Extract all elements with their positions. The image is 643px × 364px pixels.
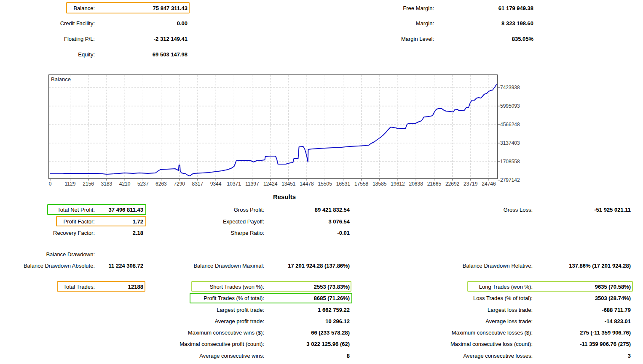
x-tick-label: 10371 — [227, 181, 241, 187]
margin-level-label: Margin Level: — [346, 35, 434, 43]
x-axis-labels: 0112921563183421052376263729083179344103… — [48, 181, 498, 188]
chart-series-label: Balance — [51, 76, 71, 82]
x-tick-label: 1129 — [65, 181, 76, 187]
total-trades-value: 12188 — [97, 283, 143, 290]
results-title: Results — [0, 193, 569, 200]
y-axis-labels: 7423938599509345662483137403170855827971… — [500, 74, 530, 179]
average-consecutive-losses-value: 3 — [536, 352, 631, 359]
x-tick-label: 7290 — [174, 181, 185, 187]
equity-value: 69 503 147.98 — [120, 51, 188, 58]
free-margin-label: Free Margin: — [346, 5, 434, 12]
x-tick-label: 6263 — [155, 181, 167, 187]
y-tick-label: 1708558 — [500, 159, 520, 165]
average-loss-trade-value: -14 823.01 — [536, 318, 631, 325]
x-tick-label: 3183 — [101, 181, 113, 187]
loss-trades-value: 3503 (28.74%) — [536, 295, 631, 302]
x-tick-label: 9344 — [210, 181, 222, 187]
x-tick-label: 0 — [49, 181, 52, 187]
short-trades-value: 2553 (73.83%) — [268, 283, 350, 290]
short-trades-label: Short Trades (won %): — [139, 283, 264, 290]
maximal-consecutive-loss-label: Maximal consecutive loss (count): — [405, 340, 533, 348]
credit-facility-value: 0.00 — [120, 20, 188, 27]
margin-level-value: 835.05% — [449, 35, 533, 43]
balance-drawdown-maximal-label: Balance Drawdown Maximal: — [139, 262, 264, 269]
x-tick-label: 2156 — [83, 181, 94, 187]
gross-loss-value: -51 925 021.11 — [536, 206, 631, 213]
sharpe-ratio-value: -0.01 — [268, 229, 350, 236]
gross-profit-value: 89 421 832.54 — [268, 206, 350, 213]
balance-drawdown-absolute-value: 11 224 308.72 — [97, 262, 143, 269]
y-tick-label: 7423938 — [500, 85, 520, 90]
largest-loss-trade-label: Largest loss trade: — [405, 306, 533, 314]
y-tick-label: 3137403 — [500, 140, 520, 146]
average-loss-trade-label: Average loss trade: — [405, 318, 533, 325]
recovery-factor-label: Recovery Factor: — [8, 229, 95, 236]
x-tick-label: 21665 — [427, 181, 441, 187]
profit-trades-value: 8685 (71.26%) — [268, 295, 350, 302]
equity-label: Equity: — [25, 51, 95, 58]
profit-factor-label: Profit Factor: — [8, 218, 95, 225]
margin-value: 8 323 198.60 — [449, 20, 533, 27]
profit-trades-label: Profit Trades (% of total): — [139, 295, 264, 302]
expected-payoff-value: 3 076.54 — [268, 218, 350, 225]
profit-factor-value: 1.72 — [97, 218, 143, 225]
expected-payoff-label: Expected Payoff: — [139, 218, 264, 225]
floating-pl-value: -2 312 149.41 — [120, 35, 188, 43]
average-consecutive-losses-label: Average consecutive losses: — [405, 352, 533, 359]
x-tick-label: 8317 — [192, 181, 204, 187]
balance-drawdown-header: Balance Drawdown: — [8, 251, 95, 258]
total-net-profit-value: 37 496 811.43 — [97, 206, 143, 213]
gross-profit-label: Gross Profit: — [139, 206, 264, 213]
balance-drawdown-absolute-label: Balance Drawdown Absolute: — [8, 262, 95, 269]
balance-chart-plot — [48, 74, 498, 179]
largest-profit-trade-value: 1 662 759.22 — [268, 306, 350, 314]
long-trades-value: 9635 (70.58%) — [536, 283, 631, 290]
max-consecutive-wins-value: 66 (233 578.28) — [268, 329, 350, 336]
balance-label: Balance: — [25, 5, 95, 12]
x-tick-label: 4210 — [119, 181, 131, 187]
x-tick-label: 24746 — [482, 181, 496, 187]
maximal-consecutive-loss-value: -11 359 906.76 (275) — [536, 340, 631, 348]
balance-drawdown-relative-label: Balance Drawdown Relative: — [405, 262, 533, 269]
y-tick-label: 4566248 — [500, 122, 520, 128]
balance-chart[interactable]: Balance 74239385995093456624831374031708… — [48, 74, 498, 179]
average-profit-trade-value: 10 296.12 — [268, 318, 350, 325]
maximal-consecutive-profit-value: 3 022 125.96 (62) — [268, 340, 350, 348]
average-consecutive-wins-value: 8 — [268, 352, 350, 359]
sharpe-ratio-label: Sharpe Ratio: — [139, 229, 264, 236]
x-tick-label: 23719 — [463, 181, 477, 187]
maximal-consecutive-profit-label: Maximal consecutive profit (count): — [139, 340, 264, 348]
margin-label: Margin: — [346, 20, 434, 27]
credit-facility-label: Credit Facility: — [25, 20, 95, 27]
mt5-backtest-report: { "colors": { "orange": "#F2A21C", "gree… — [0, 0, 643, 364]
x-tick-label: 18585 — [372, 181, 386, 187]
average-profit-trade-label: Average profit trade: — [139, 318, 264, 325]
total-net-profit-label: Total Net Profit: — [8, 206, 95, 213]
balance-drawdown-relative-value: 137.86% (17 201 924.28) — [536, 262, 631, 269]
x-tick-label: 5237 — [137, 181, 149, 187]
x-tick-label: 19612 — [391, 181, 405, 187]
x-tick-label: 14478 — [300, 181, 313, 187]
x-tick-label: 22692 — [445, 181, 459, 187]
x-tick-label: 12424 — [263, 181, 277, 187]
total-trades-label: Total Trades: — [8, 283, 95, 290]
largest-loss-trade-value: -688 711.79 — [536, 306, 631, 314]
recovery-factor-value: 2.18 — [97, 229, 143, 236]
largest-profit-trade-label: Largest profit trade: — [139, 306, 264, 314]
max-consecutive-losses-label: Maximum consecutive losses ($): — [405, 329, 533, 336]
average-consecutive-wins-label: Average consecutive wins: — [139, 352, 264, 359]
y-tick-label: 2797142 — [500, 177, 520, 183]
x-tick-label: 20638 — [409, 181, 423, 187]
max-consecutive-wins-label: Maximum consecutive wins ($): — [139, 329, 264, 336]
x-tick-label: 11397 — [245, 181, 259, 187]
loss-trades-label: Loss Trades (% of total): — [405, 295, 533, 302]
x-tick-label: 15505 — [318, 181, 332, 187]
max-consecutive-losses-value: 275 (-11 359 906.76) — [536, 329, 631, 336]
gross-loss-label: Gross Loss: — [405, 206, 533, 213]
long-trades-label: Long Trades (won %): — [405, 283, 533, 290]
x-tick-label: 17558 — [354, 181, 368, 187]
x-tick-label: 13451 — [281, 181, 295, 187]
y-tick-label: 5995093 — [500, 103, 520, 109]
balance-value: 75 847 311.43 — [120, 5, 188, 12]
floating-pl-label: Floating P/L: — [25, 35, 95, 43]
